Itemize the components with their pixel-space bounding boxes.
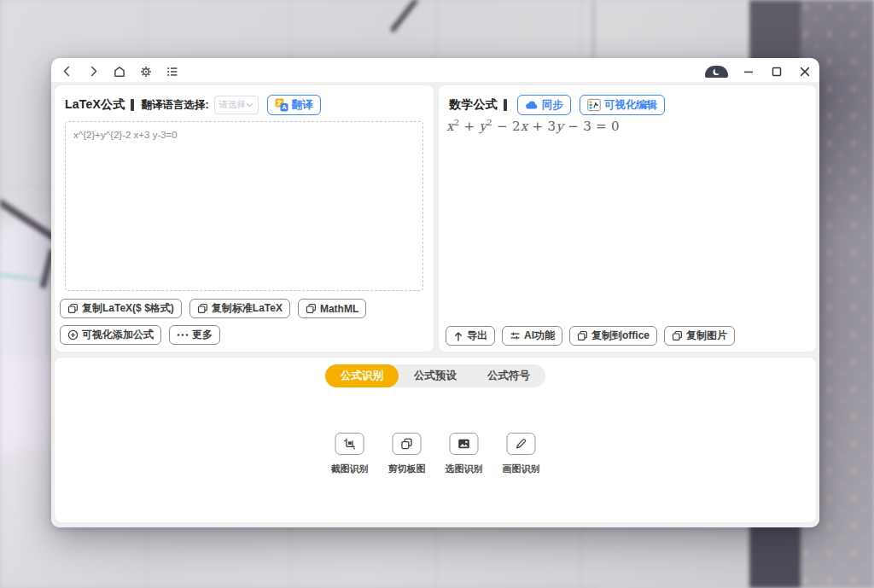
copy-to-office-button[interactable]: 复制到office: [569, 326, 657, 346]
button-label: AI功能: [524, 329, 555, 343]
more-button[interactable]: 更多: [169, 325, 220, 345]
back-icon[interactable]: [59, 64, 74, 79]
ellipsis-icon: [177, 333, 189, 337]
tool-label: 画图识别: [503, 463, 540, 475]
button-label: MathML: [320, 303, 358, 315]
math-action-button-row: 导出 AI功能 复制到office 复制图片: [446, 326, 735, 346]
ai-features-button[interactable]: AI功能: [502, 326, 562, 346]
button-label: 可视化添加公式: [82, 328, 154, 342]
minimize-icon[interactable]: [741, 64, 756, 79]
button-label: 更多: [192, 328, 213, 342]
latex-panel-header: LaTeX公式 翻译语言选择: 请选择 文 A 翻译: [65, 95, 427, 115]
language-select[interactable]: 请选择: [214, 96, 259, 114]
select-image-recognition-tool[interactable]: 选图识别: [446, 433, 483, 475]
button-label: 同步: [542, 98, 563, 113]
pen-icon: [507, 433, 536, 455]
visual-edit-button[interactable]: 可视化编辑: [580, 95, 666, 115]
arrow-up-icon: [453, 331, 463, 341]
bottom-panel: 公式识别 公式预设 公式符号 截图识别 剪切板图: [55, 358, 816, 522]
tab-bar: 公式识别 公式预设 公式符号: [325, 364, 545, 387]
draw-recognition-tool[interactable]: 画图识别: [503, 433, 540, 475]
app-window: LaTeX公式 翻译语言选择: 请选择 文 A 翻译: [51, 58, 819, 527]
crop-icon: [335, 433, 364, 455]
translate-language-label: 翻译语言选择:: [141, 98, 208, 113]
formula-editor-icon: [587, 98, 601, 112]
button-label: 复制LaTeX($ $格式): [82, 301, 174, 316]
chevron-down-icon: [246, 102, 253, 108]
latex-panel: LaTeX公式 翻译语言选择: 请选择 文 A 翻译: [55, 85, 434, 352]
recognition-tools: 截图识别 剪切板图 选图识别: [331, 433, 540, 475]
settings-gear-icon[interactable]: [138, 64, 154, 79]
copy-icon: [672, 330, 683, 341]
copy-icon: [197, 303, 208, 314]
copy-icon: [577, 330, 588, 341]
forward-icon[interactable]: [85, 64, 101, 79]
menu-list-icon[interactable]: [165, 64, 180, 79]
button-label: 复制到office: [591, 329, 650, 343]
close-icon[interactable]: [797, 64, 813, 79]
button-label: 复制标准LaTeX: [212, 301, 283, 316]
latex-action-button-row: 可视化添加公式 更多: [60, 325, 220, 345]
window-toolbar: [51, 58, 819, 82]
window-controls: [705, 64, 813, 79]
math-panel: 数学公式 同步 可视化编辑: [439, 85, 816, 352]
image-icon: [450, 433, 479, 455]
export-button[interactable]: 导出: [446, 326, 495, 346]
translate-button[interactable]: 文 A 翻译: [267, 95, 321, 115]
background-thin-line: [592, 0, 595, 60]
clipboard-image-tool[interactable]: 剪切板图: [388, 433, 426, 475]
tab-formula-symbols[interactable]: 公式符号: [472, 364, 545, 387]
copy-latex-dollar-button[interactable]: 复制LaTeX($ $格式): [60, 299, 182, 318]
tab-formula-presets[interactable]: 公式预设: [399, 364, 472, 387]
tool-label: 截图识别: [331, 463, 369, 475]
language-select-value: 请选择: [219, 99, 247, 111]
latex-copy-button-row: 复制LaTeX($ $格式) 复制标准LaTeX MathML: [60, 299, 366, 318]
math-panel-title: 数学公式: [449, 97, 498, 113]
visual-add-formula-button[interactable]: 可视化添加公式: [60, 325, 161, 345]
plus-circle-icon: [67, 329, 79, 341]
screenshot-recognition-tool[interactable]: 截图识别: [331, 433, 369, 475]
latex-source-input[interactable]: x^{2}+y^{2}-2 x+3 y-3=0: [65, 121, 423, 291]
title-divider: [131, 99, 134, 111]
title-divider: [504, 99, 507, 111]
button-label: 复制图片: [686, 329, 727, 343]
home-icon[interactable]: [112, 64, 127, 79]
sliders-icon: [510, 330, 521, 341]
translate-icon: 文 A: [275, 98, 288, 112]
copy-icon: [67, 303, 79, 314]
tab-formula-recognition[interactable]: 公式识别: [325, 364, 399, 387]
copy-mathml-button[interactable]: MathML: [298, 299, 366, 318]
svg-text:A: A: [282, 103, 287, 111]
theme-toggle-moon-icon[interactable]: [705, 66, 728, 78]
tool-label: 剪切板图: [388, 463, 426, 475]
copy-image-button[interactable]: 复制图片: [664, 326, 735, 346]
translate-button-label: 翻译: [292, 98, 313, 113]
button-label: 可视化编辑: [604, 98, 658, 113]
latex-panel-title: LaTeX公式: [65, 97, 125, 113]
math-panel-header: 数学公式 同步 可视化编辑: [449, 95, 809, 115]
sync-button[interactable]: 同步: [517, 95, 571, 115]
math-formula: x2 + y2 − 2x + 3y − 3 = 0: [446, 118, 620, 134]
copy-icon: [306, 303, 317, 314]
clipboard-icon: [393, 433, 422, 455]
copy-standard-latex-button[interactable]: 复制标准LaTeX: [189, 299, 290, 318]
cloud-icon: [525, 100, 539, 110]
nav-icons: [59, 64, 180, 79]
tool-label: 选图识别: [446, 463, 483, 475]
maximize-icon[interactable]: [769, 64, 784, 79]
button-label: 导出: [467, 329, 487, 343]
